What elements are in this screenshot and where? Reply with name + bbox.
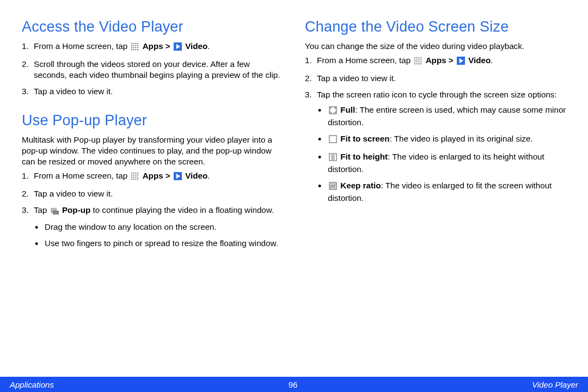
footer-right: Video Player: [532, 380, 578, 389]
ratio-option: Fit to screen: The video is played in it…: [328, 133, 566, 146]
manual-page: Access the Video Player From a Home scre…: [0, 0, 588, 392]
video-play-icon: [457, 57, 465, 68]
step: Tap a video to view it.: [34, 188, 283, 199]
popup-intro: Multitask with Pop-up player by transfor…: [22, 134, 283, 167]
step: From a Home screen, tap Apps > Video.: [34, 170, 283, 183]
section-access-video-player: Access the Video Player From a Home scre…: [22, 19, 283, 97]
video-play-icon: [174, 172, 182, 183]
substep: Use two fingers to pinch or spread to re…: [45, 238, 283, 249]
page-footer: Applications 96 Video Player: [0, 377, 588, 392]
heading-popup: Use Pop-up Player: [22, 112, 283, 129]
step: From a Home screen, tap Apps > Video.: [34, 41, 283, 53]
popup-icon: [51, 206, 59, 217]
step: Scroll through the videos stored on your…: [34, 59, 283, 81]
step: Tap the screen ratio icon to cycle throu…: [317, 89, 566, 204]
apps-grid-icon: [131, 42, 139, 53]
fit-to-height-icon: [329, 153, 337, 164]
step: Tap Pop-up to continue playing the video…: [34, 205, 283, 249]
ratio-option: Fit to height: The video is enlarged to …: [328, 151, 566, 175]
ratio-option: Keep ratio: The video is enlarged to fit…: [328, 180, 566, 204]
apps-grid-icon: [414, 57, 422, 68]
video-play-icon: [174, 42, 182, 53]
keep-ratio-icon: [329, 182, 337, 193]
section-screen-size: Change the Video Screen Size You can cha…: [305, 19, 566, 204]
apps-grid-icon: [131, 172, 139, 183]
right-column: Change the Video Screen Size You can cha…: [305, 19, 566, 264]
section-popup-player: Use Pop-up Player Multitask with Pop-up …: [22, 112, 283, 249]
step: Tap a video to view it.: [34, 86, 283, 97]
left-column: Access the Video Player From a Home scre…: [22, 19, 283, 264]
heading-access: Access the Video Player: [22, 19, 283, 35]
substep: Drag the window to any location on the s…: [45, 222, 283, 232]
footer-left: Applications: [10, 380, 54, 389]
screensize-intro: You can change the size of the video dur…: [305, 41, 566, 52]
full-screen-icon: [329, 106, 337, 117]
step: From a Home screen, tap Apps > Video.: [317, 55, 566, 68]
page-number: 96: [289, 380, 298, 389]
fit-to-screen-icon: [329, 135, 337, 146]
heading-screensize: Change the Video Screen Size: [305, 19, 566, 35]
ratio-option: Full: The entire screen is used, which m…: [328, 105, 566, 128]
step: Tap a video to view it.: [317, 73, 566, 84]
